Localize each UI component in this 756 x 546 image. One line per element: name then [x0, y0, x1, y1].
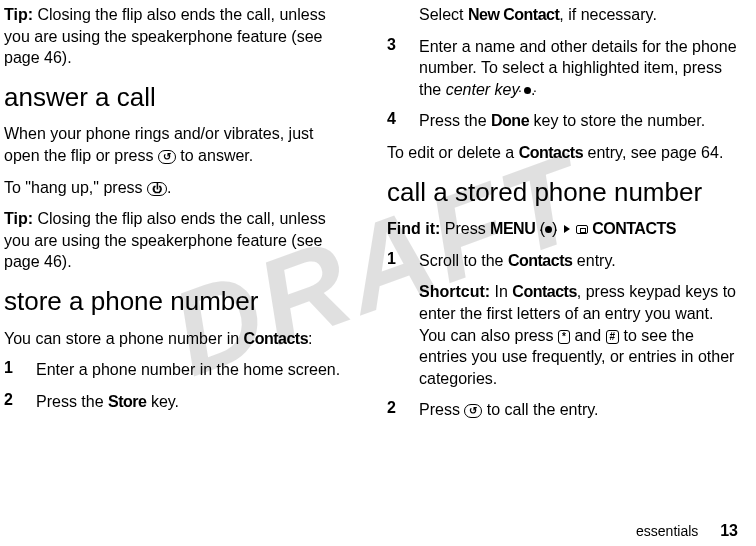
right-column: Select New Contact, if necessary. 3 Ente… [369, 0, 738, 546]
step-number: 1 [387, 250, 401, 390]
store-step-1: 1 Enter a phone number in the home scree… [4, 359, 351, 381]
step-body: Press the Store key. [36, 391, 351, 413]
tip-body: Closing the flip also ends the call, unl… [4, 6, 326, 66]
send-key-icon: ↺ [158, 150, 176, 164]
edit-delete-note: To edit or delete a Contacts entry, see … [387, 142, 738, 164]
contacts-label: Contacts [244, 330, 308, 347]
text: key to store the number. [529, 112, 705, 129]
contacts-menu-label: CONTACTS [588, 220, 676, 237]
text: To "hang up," press [4, 179, 147, 196]
text: key. [146, 393, 179, 410]
step-body: Press the Done key to store the number. [419, 110, 738, 132]
done-key-label: Done [491, 112, 529, 129]
hash-key-icon: # [606, 330, 620, 344]
find-it-label: Find it: [387, 220, 440, 237]
tip-paragraph-2: Tip: Closing the flip also ends the call… [4, 208, 351, 273]
select-new-contact: Select New Contact, if necessary. [419, 4, 738, 26]
new-contact-label: New Contact [468, 6, 559, 23]
star-key-icon: * [558, 330, 570, 344]
tip-paragraph-1: Tip: Closing the flip also ends the call… [4, 4, 351, 69]
shortcut-paragraph: Shortcut: In Contacts, press keypad keys… [419, 281, 738, 389]
contacts-app-icon [576, 225, 588, 234]
step-number: 3 [387, 36, 401, 101]
text: Press the [36, 393, 108, 410]
heading-answer-a-call: answer a call [4, 83, 351, 112]
step-number: 1 [4, 359, 18, 381]
text: entry, see page 64. [583, 144, 723, 161]
step-body: Press ↺ to call the entry. [419, 399, 738, 421]
tip-label: Tip: [4, 210, 33, 227]
tip-label: Tip: [4, 6, 33, 23]
store-step-3: 3 Enter a name and other details for the… [387, 36, 738, 101]
find-it-line: Find it: Press MENU () CONTACTS [387, 218, 738, 240]
text: entry. [572, 252, 615, 269]
page-body: Tip: Closing the flip also ends the call… [0, 0, 756, 546]
call-step-2: 2 Press ↺ to call the entry. [387, 399, 738, 421]
text: : [308, 330, 312, 347]
answer-paragraph: When your phone rings and/or vibrates, j… [4, 123, 351, 166]
text: Press the [419, 112, 491, 129]
store-step-2: 2 Press the Store key. [4, 391, 351, 413]
contacts-label: Contacts [512, 283, 576, 300]
left-column: Tip: Closing the flip also ends the call… [0, 0, 369, 546]
text: You can store a phone number in [4, 330, 244, 347]
end-key-icon: ⏻ [147, 182, 167, 196]
text: To edit or delete a [387, 144, 519, 161]
text: and [570, 327, 606, 344]
center-key-label: center key [446, 81, 520, 98]
text: to call the entry. [482, 401, 598, 418]
text: Press [440, 220, 490, 237]
menu-label: MENU [490, 220, 535, 237]
step-body: Enter a name and other details for the p… [419, 36, 738, 101]
hangup-paragraph: To "hang up," press ⏻. [4, 177, 351, 199]
call-step-1: 1 Scroll to the Contacts entry. Shortcut… [387, 250, 738, 390]
step-number: 4 [387, 110, 401, 132]
center-key-icon [545, 226, 552, 233]
center-key-icon [524, 87, 531, 94]
text: . [167, 179, 171, 196]
store-step-4: 4 Press the Done key to store the number… [387, 110, 738, 132]
contacts-label: Contacts [508, 252, 572, 269]
text: Scroll to the [419, 252, 508, 269]
step-number: 2 [4, 391, 18, 413]
send-key-icon: ↺ [464, 404, 482, 418]
step-number: 2 [387, 399, 401, 421]
text: Press [419, 401, 464, 418]
store-key-label: Store [108, 393, 146, 410]
contacts-label: Contacts [519, 144, 583, 161]
nav-right-icon [564, 225, 570, 233]
text: to answer. [176, 147, 253, 164]
store-intro: You can store a phone number in Contacts… [4, 328, 351, 350]
shortcut-label: Shortcut: [419, 283, 490, 300]
step-body: Scroll to the Contacts entry. Shortcut: … [419, 250, 738, 390]
text: , if necessary. [559, 6, 657, 23]
scroll-line: Scroll to the Contacts entry. [419, 250, 738, 272]
text: Select [419, 6, 468, 23]
heading-store-number: store a phone number [4, 287, 351, 316]
tip-body: Closing the flip also ends the call, unl… [4, 210, 326, 270]
heading-call-stored: call a stored phone number [387, 178, 738, 207]
text: In [490, 283, 512, 300]
step-body: Enter a phone number in the home screen. [36, 359, 351, 381]
